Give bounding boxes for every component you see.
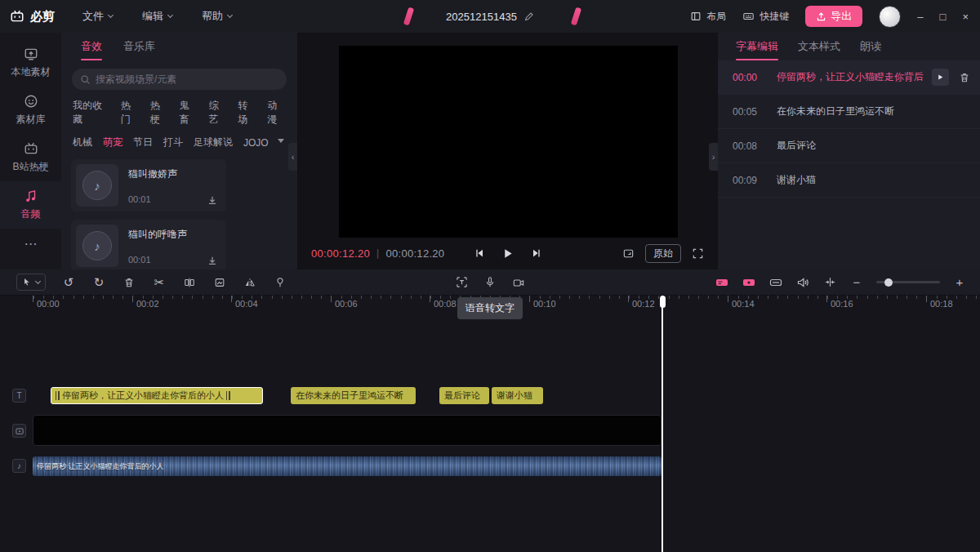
category-chip[interactable]: 热梗 [150,99,169,127]
toggle-effect-track-button[interactable] [768,275,783,290]
mirror-button[interactable] [243,275,257,290]
menu-help[interactable]: 帮助 [202,9,232,24]
app-logo[interactable]: 必剪 [10,9,55,24]
subtitle-row[interactable]: 00:09 谢谢小猫 [718,163,980,198]
play-button[interactable] [501,247,514,260]
audio-clip[interactable]: 停留两秒 让正义小猫瞪走你背后的小人 [33,456,662,476]
category-chip[interactable]: 动漫 [267,99,286,127]
tab-read-aloud[interactable]: 朗读 [860,39,881,54]
category-chip[interactable]: 机械 [73,136,92,149]
undo-button[interactable]: ↺ [61,275,76,290]
menu-file[interactable]: 文件 [82,9,113,24]
tab-subtitle-edit[interactable]: 字幕编辑 [736,39,778,54]
rename-icon[interactable] [523,11,534,22]
tab-sound-effects[interactable]: 音效 [81,39,102,54]
sidebar-more-button[interactable]: ⋯ [24,229,38,258]
audio-track-header[interactable]: ♪ [12,459,26,473]
sidebar-item-local-media[interactable]: 本地素材 [0,39,61,87]
video-clip[interactable] [33,415,662,446]
snap-playhead-button[interactable] [822,275,837,290]
download-icon[interactable] [207,255,218,266]
playhead-handle[interactable] [660,296,666,308]
export-label: 导出 [831,9,852,24]
search-input[interactable] [96,73,278,85]
original-quality-button[interactable]: 原始 [645,244,681,263]
collapse-panel-handle[interactable]: ‹ [288,143,297,171]
toggle-subtitle-track-button[interactable] [715,275,729,290]
app-logo-icon [10,9,24,24]
export-icon [816,11,826,22]
shortcuts-button[interactable]: 快捷键 [742,10,789,24]
tab-text-style[interactable]: 文本样式 [798,39,840,54]
fullscreen-icon[interactable] [692,247,704,260]
subtitle-row[interactable]: 00:08 最后评论 [718,129,980,163]
record-voice-button[interactable] [483,275,497,290]
avatar[interactable] [879,6,901,28]
previous-frame-button[interactable] [474,247,485,259]
next-frame-button[interactable] [530,247,541,259]
text-clip[interactable]: 谢谢小猫 [492,387,543,404]
sidebar-item-bilibili-memes[interactable]: B站热梗 [0,134,61,181]
split-button[interactable] [182,275,197,290]
layout-icon [690,11,702,22]
clip-right-handle[interactable] [226,391,230,400]
redo-button[interactable]: ↻ [91,275,106,290]
record-screen-button[interactable] [511,275,526,290]
sound-card[interactable]: ♪ 猫叫撒娇声 00:01 [71,159,226,211]
layout-button[interactable]: 布局 [690,10,726,24]
clip-left-handle[interactable] [56,391,60,400]
close-button[interactable]: × [962,11,969,23]
delete-subtitle-button[interactable] [959,72,970,83]
zoom-in-button[interactable]: + [952,275,967,290]
subtitle-row[interactable]: 00:00 停留两秒，让正义小猫瞪走你背后的小 [718,60,980,95]
zoom-out-button[interactable]: − [849,275,864,290]
tab-music-library[interactable]: 音乐库 [123,39,155,54]
text-clip[interactable]: 最后评论 [439,387,489,404]
marker-button[interactable] [273,275,287,290]
category-chip-active[interactable]: 萌宠 [103,136,122,149]
text-track-header[interactable]: T [12,389,26,403]
bilibili-memes-icon [24,141,38,156]
category-chip[interactable]: 热门 [121,99,140,127]
category-expand-icon[interactable] [278,139,284,143]
delete-button[interactable] [122,275,136,290]
toggle-sticker-track-button[interactable] [742,275,756,290]
sound-info: 猫叫的呼噜声 00:01 [128,228,187,265]
category-chip[interactable]: 足球解说 [194,136,233,149]
video-track-header[interactable] [12,424,26,438]
text-clip[interactable]: 在你未来的日子里鸿运不断 [291,387,416,404]
expand-panel-handle[interactable]: › [709,143,718,171]
category-chip[interactable]: 鬼畜 [180,99,198,127]
freeze-frame-button[interactable] [212,275,227,290]
sidebar-item-label: 素材库 [16,113,46,127]
export-button[interactable]: 导出 [805,6,862,27]
minimize-button[interactable]: – [917,11,923,23]
text-clip-selected[interactable]: 停留两秒，让正义小猫瞪走你背后的小人 [51,387,263,404]
maximize-button[interactable]: □ [940,11,947,23]
play-subtitle-button[interactable] [932,69,949,86]
zoom-slider-knob[interactable] [884,278,893,287]
category-chip[interactable]: JOJO [243,137,269,149]
menu-edit[interactable]: 编辑 [142,9,172,24]
category-chip[interactable]: 打斗 [163,136,183,149]
titlebar-right: 布局 快捷键 导出 – □ × [690,6,980,28]
category-chip[interactable]: 我的收藏 [73,99,110,127]
select-tool-button[interactable] [16,274,46,291]
text-clip-label: 在你未来的日子里鸿运不断 [296,390,403,402]
download-icon[interactable] [207,194,218,206]
subtitle-row[interactable]: 00:05 在你未来的日子里鸿运不断 [718,95,980,129]
speech-to-text-button[interactable] [454,275,469,290]
sidebar-item-audio[interactable]: 音频 [0,181,61,229]
category-chip[interactable]: 节日 [133,136,153,149]
toggle-audio-track-button[interactable] [795,275,810,290]
ratio-icon[interactable] [622,247,635,260]
zoom-slider[interactable] [876,281,940,283]
category-chip[interactable]: 综艺 [208,99,227,127]
playhead[interactable] [662,296,663,552]
sidebar-item-library[interactable]: 素材库 [0,87,61,134]
video-canvas[interactable] [339,46,678,238]
cut-button[interactable]: ✂ [152,275,167,290]
category-chip[interactable]: 转场 [238,99,256,127]
camera-icon [512,277,525,288]
sound-card[interactable]: ♪ 猫叫的呼噜声 00:01 [71,220,226,272]
